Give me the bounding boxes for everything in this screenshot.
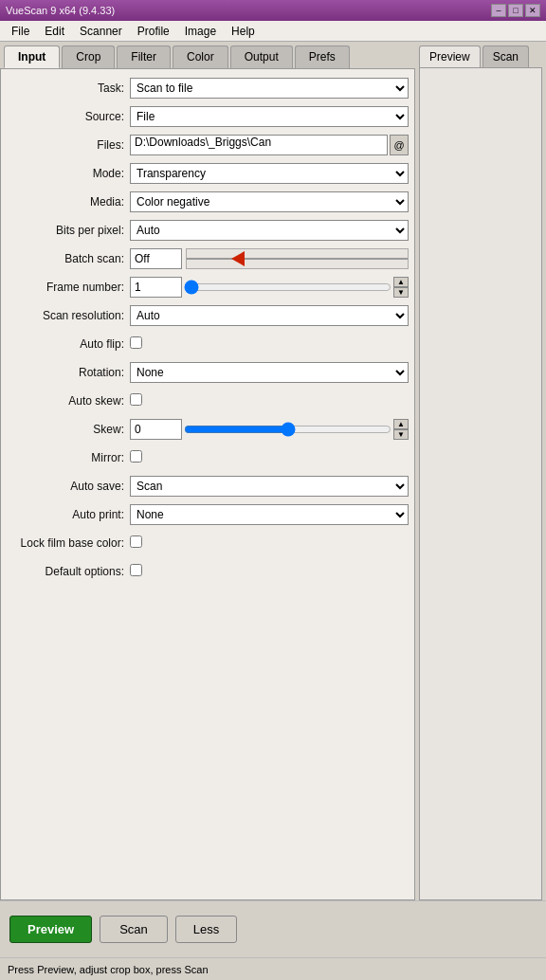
auto-print-select[interactable]: None Print — [130, 504, 409, 525]
scan-res-row: Scan resolution: Auto 75 150 300 600 — [7, 304, 409, 327]
lock-film-label: Lock film base color: — [7, 536, 130, 550]
form-area: Task: Scan to file Print Email Copy Sour… — [0, 68, 415, 900]
skew-row: Skew: ▲ ▼ — [7, 418, 409, 441]
batch-value-display: Off — [130, 248, 182, 269]
tab-filter[interactable]: Filter — [117, 45, 171, 68]
tab-prefs[interactable]: Prefs — [295, 45, 350, 68]
auto-save-row: Auto save: Scan None Preview — [7, 475, 409, 498]
frame-spin-up[interactable]: ▲ — [393, 277, 409, 287]
tab-color[interactable]: Color — [173, 45, 228, 68]
tab-bar: Input Crop Filter Color Output Prefs — [0, 42, 415, 68]
skew-slider-container[interactable] — [184, 419, 391, 440]
bits-label: Bits per pixel: — [7, 224, 130, 237]
close-button[interactable]: ✕ — [525, 4, 540, 17]
files-label: Files: — [7, 138, 130, 152]
rotation-row: Rotation: None 90 CW 90 CCW 180 — [7, 361, 409, 384]
tab-output[interactable]: Output — [230, 45, 293, 68]
mode-select[interactable]: Transparency Flatbed — [130, 163, 409, 184]
files-control: D:\Downloads\_Briggs\Can @ — [130, 135, 409, 155]
batch-control: Off — [130, 248, 409, 269]
frame-slider[interactable] — [184, 280, 391, 295]
frame-spin-down[interactable]: ▼ — [393, 287, 409, 298]
mode-control: Transparency Flatbed — [130, 163, 409, 184]
skew-spin-down[interactable]: ▼ — [393, 429, 409, 440]
default-options-checkbox[interactable] — [130, 564, 142, 576]
frame-spinbtns: ▲ ▼ — [393, 277, 409, 298]
frame-input[interactable] — [130, 277, 182, 298]
source-label: Source: — [7, 110, 130, 123]
skew-spin-up[interactable]: ▲ — [393, 419, 409, 429]
batch-slider-container[interactable] — [186, 248, 409, 269]
auto-print-label: Auto print: — [7, 508, 130, 521]
frame-row: Frame number: ▲ ▼ — [7, 276, 409, 299]
auto-skew-row: Auto skew: — [7, 390, 409, 412]
default-options-label: Default options: — [7, 565, 130, 578]
right-panel: Preview Scan — [415, 42, 546, 900]
menu-scanner[interactable]: Scanner — [72, 23, 130, 40]
bits-row: Bits per pixel: Auto 8 bit 16 bit — [7, 219, 409, 242]
skew-spinbtns: ▲ ▼ — [393, 419, 409, 440]
preview-button[interactable]: Preview — [9, 916, 92, 943]
skew-label: Skew: — [7, 423, 130, 436]
mode-label: Mode: — [7, 167, 130, 180]
lock-film-checkbox[interactable] — [130, 535, 142, 548]
mirror-row: Mirror: — [7, 446, 409, 469]
media-label: Media: — [7, 195, 130, 209]
main-container: Input Crop Filter Color Output Prefs Tas… — [0, 42, 546, 900]
scan-button[interactable]: Scan — [100, 916, 168, 943]
batch-row: Batch scan: Off — [7, 247, 409, 270]
auto-print-control: None Print — [130, 504, 409, 525]
tab-input[interactable]: Input — [4, 45, 60, 68]
left-panel: Input Crop Filter Color Output Prefs Tas… — [0, 42, 415, 900]
media-control: Color negative B&W negative Slide (color… — [130, 191, 409, 212]
auto-save-control: Scan None Preview — [130, 476, 409, 497]
menu-edit[interactable]: Edit — [37, 23, 72, 40]
tab-preview[interactable]: Preview — [419, 45, 481, 67]
mirror-label: Mirror: — [7, 451, 130, 464]
menu-help[interactable]: Help — [224, 23, 263, 40]
bits-select[interactable]: Auto 8 bit 16 bit — [130, 220, 409, 241]
task-label: Task: — [7, 82, 130, 95]
mode-row: Mode: Transparency Flatbed — [7, 162, 409, 185]
task-select[interactable]: Scan to file Print Email Copy — [130, 78, 409, 99]
auto-skew-label: Auto skew: — [7, 394, 130, 408]
status-bar: Press Preview, adjust crop box, press Sc… — [0, 957, 546, 980]
menu-profile[interactable]: Profile — [130, 23, 177, 40]
files-row: Files: D:\Downloads\_Briggs\Can @ — [7, 134, 409, 156]
files-at-button[interactable]: @ — [390, 135, 409, 155]
rotation-control: None 90 CW 90 CCW 180 — [130, 362, 409, 383]
frame-control: ▲ ▼ — [130, 277, 409, 298]
less-button[interactable]: Less — [175, 916, 237, 943]
menu-file[interactable]: File — [4, 23, 37, 40]
source-control: File Flatbed — [130, 106, 409, 127]
default-options-row: Default options: — [7, 560, 409, 583]
auto-print-row: Auto print: None Print — [7, 503, 409, 526]
rotation-select[interactable]: None 90 CW 90 CCW 180 — [130, 362, 409, 383]
window-controls: – □ ✕ — [491, 4, 540, 17]
files-input[interactable]: D:\Downloads\_Briggs\Can — [130, 135, 388, 155]
tab-crop[interactable]: Crop — [62, 45, 115, 68]
task-row: Task: Scan to file Print Email Copy — [7, 77, 409, 100]
auto-save-label: Auto save: — [7, 480, 130, 493]
mirror-control — [130, 450, 409, 465]
auto-skew-checkbox[interactable] — [130, 393, 142, 406]
skew-slider[interactable] — [184, 422, 391, 437]
rotation-label: Rotation: — [7, 366, 130, 379]
auto-flip-checkbox[interactable] — [130, 336, 142, 349]
auto-skew-control — [130, 393, 409, 408]
scan-res-select[interactable]: Auto 75 150 300 600 — [130, 305, 409, 326]
preview-tab-bar: Preview Scan — [415, 42, 546, 67]
media-row: Media: Color negative B&W negative Slide… — [7, 191, 409, 213]
auto-save-select[interactable]: Scan None Preview — [130, 476, 409, 497]
mirror-checkbox[interactable] — [130, 450, 142, 463]
frame-slider-container[interactable] — [184, 277, 391, 298]
media-select[interactable]: Color negative B&W negative Slide (color… — [130, 191, 409, 212]
minimize-button[interactable]: – — [491, 4, 506, 17]
tab-scan-right[interactable]: Scan — [482, 45, 529, 67]
skew-input[interactable] — [130, 419, 182, 440]
source-select[interactable]: File Flatbed — [130, 106, 409, 127]
menu-image[interactable]: Image — [177, 23, 224, 40]
maximize-button[interactable]: □ — [508, 4, 523, 17]
batch-label: Batch scan: — [7, 252, 130, 265]
auto-flip-row: Auto flip: — [7, 333, 409, 355]
